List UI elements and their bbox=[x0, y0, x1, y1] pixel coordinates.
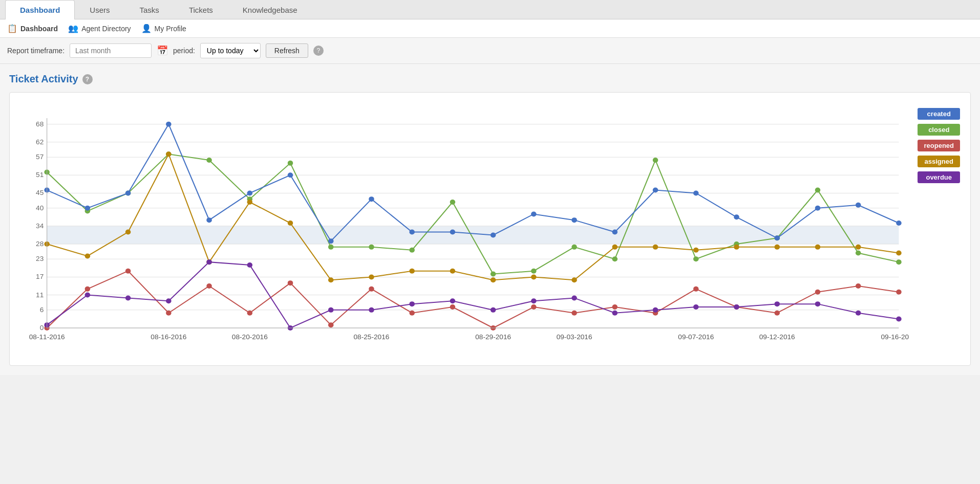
main-content: Ticket Activity ? 0611172328344045515762… bbox=[0, 64, 980, 375]
svg-text:17: 17 bbox=[36, 273, 44, 281]
tab-tasks[interactable]: Tasks bbox=[125, 0, 174, 19]
svg-point-114 bbox=[896, 316, 902, 321]
calendar-icon: 📅 bbox=[157, 45, 168, 56]
svg-point-31 bbox=[206, 158, 212, 163]
svg-point-112 bbox=[815, 301, 821, 306]
svg-point-124 bbox=[409, 230, 415, 235]
svg-point-133 bbox=[774, 235, 780, 240]
svg-point-80 bbox=[409, 311, 415, 316]
tab-dashboard[interactable]: Dashboard bbox=[5, 0, 75, 19]
subnav-agent-directory[interactable]: 👥 Agent Directory bbox=[68, 24, 131, 33]
svg-point-90 bbox=[815, 290, 821, 295]
svg-text:09-12-2016: 09-12-2016 bbox=[759, 333, 795, 341]
svg-text:23: 23 bbox=[36, 255, 44, 263]
svg-point-113 bbox=[856, 311, 861, 316]
svg-point-100 bbox=[328, 307, 334, 313]
svg-point-57 bbox=[369, 274, 374, 279]
svg-point-110 bbox=[734, 304, 739, 310]
svg-point-51 bbox=[125, 230, 131, 235]
chart-svg: 06111723283440455157626808-11-201608-16-… bbox=[20, 103, 909, 360]
svg-point-111 bbox=[774, 301, 780, 306]
svg-point-62 bbox=[571, 277, 577, 282]
period-select[interactable]: Up to today Custom Last 7 days Last 30 d… bbox=[200, 43, 261, 58]
svg-point-94 bbox=[85, 293, 91, 298]
tab-users[interactable]: Users bbox=[75, 0, 124, 19]
svg-point-117 bbox=[125, 190, 131, 195]
svg-point-52 bbox=[166, 151, 172, 157]
timeframe-input[interactable] bbox=[70, 43, 152, 58]
svg-point-121 bbox=[288, 172, 293, 178]
svg-point-103 bbox=[450, 298, 456, 303]
svg-point-43 bbox=[693, 256, 699, 261]
svg-point-59 bbox=[450, 269, 456, 274]
svg-point-54 bbox=[247, 200, 253, 205]
svg-point-118 bbox=[166, 122, 172, 127]
svg-point-76 bbox=[247, 311, 253, 316]
svg-point-64 bbox=[653, 245, 658, 250]
svg-point-102 bbox=[409, 301, 415, 306]
legend-overdue: overdue bbox=[918, 171, 960, 183]
svg-point-65 bbox=[693, 248, 699, 253]
top-nav: Dashboard Users Tasks Tickets Knowledgeb… bbox=[0, 0, 980, 19]
svg-text:28: 28 bbox=[36, 240, 44, 248]
legend-created: created bbox=[918, 108, 960, 120]
svg-text:40: 40 bbox=[36, 204, 44, 212]
svg-text:11: 11 bbox=[36, 291, 44, 299]
subnav-my-profile-label: My Profile bbox=[155, 25, 186, 33]
svg-point-89 bbox=[774, 311, 780, 316]
svg-point-33 bbox=[288, 161, 293, 166]
toolbar-help-icon[interactable]: ? bbox=[313, 46, 324, 56]
svg-text:45: 45 bbox=[36, 189, 44, 197]
chart-container: 06111723283440455157626808-11-201608-16-… bbox=[9, 92, 971, 366]
svg-point-122 bbox=[328, 238, 334, 244]
subnav-dashboard-label: Dashboard bbox=[20, 25, 58, 33]
svg-point-98 bbox=[247, 262, 253, 268]
svg-point-48 bbox=[896, 259, 902, 265]
svg-point-84 bbox=[571, 311, 577, 316]
svg-point-72 bbox=[85, 287, 91, 292]
chart-help-icon[interactable]: ? bbox=[82, 74, 93, 84]
sub-nav: 📋 Dashboard 👥 Agent Directory 👤 My Profi… bbox=[0, 19, 980, 38]
svg-point-38 bbox=[491, 272, 496, 277]
svg-point-96 bbox=[166, 298, 172, 303]
svg-point-136 bbox=[896, 221, 902, 226]
svg-point-131 bbox=[693, 190, 699, 195]
svg-point-67 bbox=[774, 245, 780, 250]
period-label: period: bbox=[173, 47, 195, 55]
svg-point-66 bbox=[734, 245, 739, 250]
my-profile-icon: 👤 bbox=[141, 24, 152, 33]
svg-text:0: 0 bbox=[40, 324, 44, 332]
svg-point-34 bbox=[328, 245, 334, 250]
svg-text:6: 6 bbox=[40, 306, 44, 314]
svg-point-60 bbox=[491, 277, 496, 282]
subnav-dashboard[interactable]: 📋 Dashboard bbox=[7, 24, 58, 33]
tab-knowledgebase[interactable]: Knowledgebase bbox=[228, 0, 312, 19]
svg-point-35 bbox=[369, 245, 374, 250]
svg-point-126 bbox=[491, 232, 496, 237]
subnav-my-profile[interactable]: 👤 My Profile bbox=[141, 24, 186, 33]
legend-reopened: reopened bbox=[918, 140, 960, 151]
svg-point-92 bbox=[896, 290, 902, 295]
svg-text:08-29-2016: 08-29-2016 bbox=[475, 333, 511, 341]
svg-point-83 bbox=[531, 304, 537, 310]
dashboard-icon: 📋 bbox=[7, 24, 17, 33]
svg-point-106 bbox=[571, 295, 577, 300]
svg-point-46 bbox=[815, 188, 821, 193]
svg-point-91 bbox=[856, 283, 861, 289]
tab-tickets[interactable]: Tickets bbox=[174, 0, 228, 19]
refresh-button[interactable]: Refresh bbox=[266, 43, 308, 58]
svg-text:51: 51 bbox=[36, 171, 44, 179]
svg-point-61 bbox=[531, 274, 537, 279]
svg-point-109 bbox=[693, 304, 699, 310]
svg-point-69 bbox=[856, 245, 861, 250]
ticket-activity-title: Ticket Activity bbox=[9, 73, 78, 85]
legend-assigned: assigned bbox=[918, 156, 960, 167]
svg-point-130 bbox=[653, 188, 658, 193]
svg-text:08-16-2016: 08-16-2016 bbox=[151, 333, 186, 341]
svg-point-36 bbox=[409, 248, 415, 253]
section-title: Ticket Activity ? bbox=[9, 73, 971, 85]
svg-point-135 bbox=[856, 203, 861, 208]
svg-point-79 bbox=[369, 287, 374, 292]
svg-point-58 bbox=[409, 269, 415, 274]
svg-point-125 bbox=[450, 230, 456, 235]
